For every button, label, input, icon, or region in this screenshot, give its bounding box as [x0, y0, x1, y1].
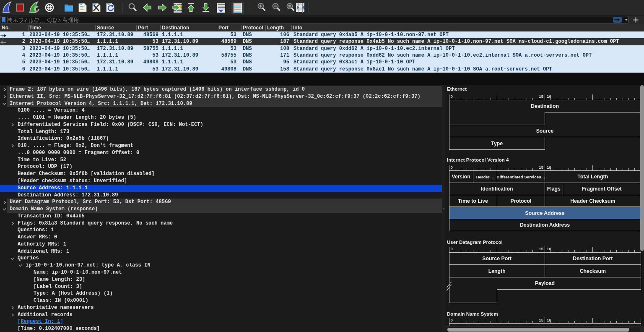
svg-text:Destination Port: Destination Port: [573, 256, 613, 261]
svg-text:Source: Source: [536, 128, 554, 134]
svg-text:Ethernet: Ethernet: [447, 86, 467, 91]
svg-text:15: 15: [539, 246, 543, 251]
svg-text:Type: Type: [491, 141, 503, 146]
svg-text:Version: Version: [452, 174, 470, 180]
svg-text:0: 0: [451, 94, 453, 99]
svg-text:Header Checksum: Header Checksum: [570, 198, 615, 204]
svg-text:Destination: Destination: [531, 103, 559, 109]
svg-text:16: 16: [547, 94, 551, 99]
svg-text:Domain Name System: Domain Name System: [447, 311, 498, 316]
svg-text:15: 15: [539, 318, 543, 322]
svg-text:16: 16: [547, 165, 551, 170]
svg-text:Flags: Flags: [547, 186, 561, 192]
svg-text:15: 15: [539, 165, 543, 170]
svg-text:Destination Address: Destination Address: [520, 222, 570, 228]
svg-text:16: 16: [547, 318, 551, 322]
svg-text:Length: Length: [488, 268, 506, 274]
svg-text:Protocol: Protocol: [510, 198, 531, 204]
svg-text:16: 16: [547, 246, 551, 251]
svg-text:Source Address: Source Address: [525, 210, 565, 216]
svg-text:0: 0: [451, 246, 453, 251]
svg-text:Source Port: Source Port: [482, 256, 512, 261]
svg-text:Differentiated Services…: Differentiated Services…: [496, 175, 545, 179]
svg-text:Checksum: Checksum: [580, 268, 606, 274]
svg-text:Payload: Payload: [535, 280, 555, 286]
svg-text:0: 0: [451, 165, 453, 170]
svg-text:0: 0: [451, 318, 453, 322]
svg-text:User Datagram Protocol: User Datagram Protocol: [447, 239, 503, 245]
svg-text:Fragment Offset: Fragment Offset: [582, 186, 622, 192]
svg-text:Total Length: Total Length: [577, 174, 608, 180]
svg-text:Time to Live: Time to Live: [458, 198, 488, 204]
svg-text:Header ...: Header ...: [476, 175, 494, 179]
svg-text:Internet Protocol Version 4: Internet Protocol Version 4: [447, 157, 509, 162]
svg-text:Identification: Identification: [481, 186, 513, 192]
svg-text:15: 15: [539, 94, 543, 99]
